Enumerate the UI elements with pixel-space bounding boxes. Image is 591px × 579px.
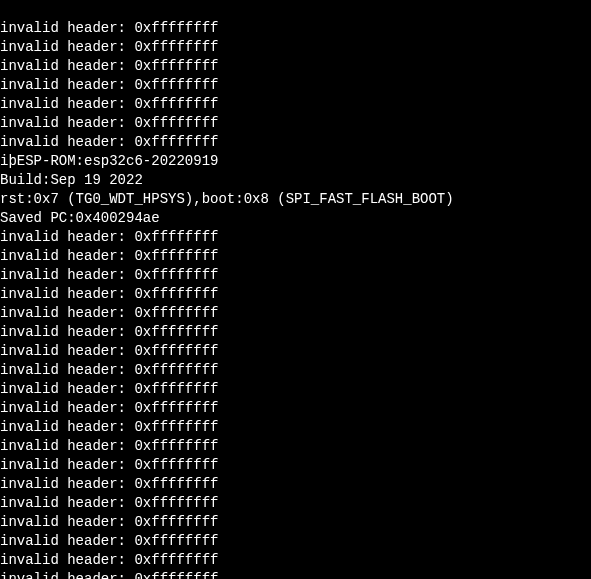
terminal-line: invalid header: 0xffffffff [0, 532, 591, 551]
terminal-line: invalid header: 0xffffffff [0, 95, 591, 114]
terminal-line: invalid header: 0xffffffff [0, 437, 591, 456]
terminal-line: iþESP-ROM:esp32c6-20220919 [0, 152, 591, 171]
terminal-line: invalid header: 0xffffffff [0, 133, 591, 152]
terminal-line: invalid header: 0xffffffff [0, 475, 591, 494]
terminal-line: invalid header: 0xffffffff [0, 418, 591, 437]
terminal-line: invalid header: 0xffffffff [0, 304, 591, 323]
terminal-output: invalid header: 0xffffffffinvalid header… [0, 0, 591, 579]
terminal-line: invalid header: 0xffffffff [0, 38, 591, 57]
terminal-line: Saved PC:0x400294ae [0, 209, 591, 228]
terminal-line: invalid header: 0xffffffff [0, 551, 591, 570]
terminal-line: invalid header: 0xffffffff [0, 323, 591, 342]
terminal-line: invalid header: 0xffffffff [0, 342, 591, 361]
terminal-line: invalid header: 0xffffffff [0, 19, 591, 38]
terminal-line: invalid header: 0xffffffff [0, 57, 591, 76]
terminal-line: invalid header: 0xffffffff [0, 494, 591, 513]
terminal-line: invalid header: 0xffffffff [0, 361, 591, 380]
terminal-line: invalid header: 0xffffffff [0, 456, 591, 475]
terminal-line: Build:Sep 19 2022 [0, 171, 591, 190]
terminal-line: rst:0x7 (TG0_WDT_HPSYS),boot:0x8 (SPI_FA… [0, 190, 591, 209]
terminal-line: invalid header: 0xffffffff [0, 228, 591, 247]
terminal-line: invalid header: 0xffffffff [0, 76, 591, 95]
terminal-line: invalid header: 0xffffffff [0, 285, 591, 304]
terminal-line: invalid header: 0xffffffff [0, 399, 591, 418]
terminal-line: invalid header: 0xffffffff [0, 570, 591, 579]
terminal-line: invalid header: 0xffffffff [0, 266, 591, 285]
terminal-line: invalid header: 0xffffffff [0, 513, 591, 532]
terminal-line: invalid header: 0xffffffff [0, 114, 591, 133]
terminal-line: invalid header: 0xffffffff [0, 247, 591, 266]
terminal-line: invalid header: 0xffffffff [0, 380, 591, 399]
